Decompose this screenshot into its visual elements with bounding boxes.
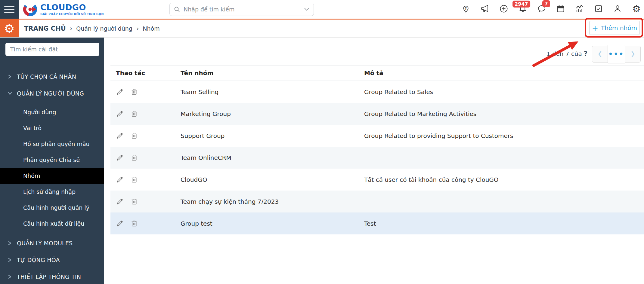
groups-table: Thao tác Tên nhóm Mô tả Team Selling Gro… (110, 65, 644, 234)
sidebar-section-personal-options[interactable]: TÙY CHỌN CÁ NHÂN (0, 68, 104, 85)
ellipsis-icon: ••• (608, 51, 624, 57)
cloudgo-logo-mark (23, 2, 37, 17)
breadcrumb: TRANG CHỦ › Quản lý người dùng › Nhóm (24, 20, 160, 37)
breadcrumb-section[interactable]: Quản lý người dùng (76, 25, 132, 32)
previous-page-button[interactable] (592, 46, 608, 62)
sidebar-item-roles[interactable]: Vai trò (0, 120, 104, 136)
group-description: Group Related to Marketing Activities (364, 110, 644, 118)
table-row[interactable]: Team OnlineCRM (110, 147, 644, 169)
chevron-right-icon (8, 241, 12, 245)
group-name: Support Group (181, 132, 364, 139)
settings-gear-icon[interactable]: ⚙ (632, 4, 641, 13)
group-description: Group Related to providing Support to Cu… (364, 132, 644, 139)
group-name: Group test (181, 220, 364, 227)
chevron-right-icon (8, 258, 12, 262)
sidebar-item-users[interactable]: Người dùng (0, 104, 104, 120)
group-name: Team chạy sự kiện tháng 7/2023 (181, 198, 364, 205)
breadcrumb-bar: ⚙ TRANG CHỦ › Quản lý người dùng › Nhóm (0, 19, 644, 38)
delete-icon[interactable] (130, 176, 138, 184)
message-badge: 7 (542, 0, 550, 7)
logo-title: CLOUDGO (40, 3, 104, 12)
sidebar-item-manager-config[interactable]: Cấu hình người quản lý (0, 200, 104, 216)
sidebar-item-groups[interactable]: Nhóm (0, 168, 104, 184)
search-icon (174, 6, 180, 12)
chevron-left-icon (598, 50, 602, 58)
table-row[interactable]: Support Group Group Related to providing… (110, 125, 644, 147)
sidebar-section-information-setup[interactable]: THIẾT LẬP THÔNG TIN (0, 268, 104, 284)
chevron-down-icon[interactable] (304, 8, 309, 11)
cloudgo-logo[interactable]: CLOUDGO GIẢI PHÁP CHUYỂN ĐỔI SỐ TINH GỌN (23, 2, 104, 17)
settings-sidebar: TÙY CHỌN CÁ NHÂN QUẢN LÝ NGƯỜI DÙNG Ngườ… (0, 38, 104, 284)
calendar-icon[interactable] (556, 4, 565, 13)
sidebar-section-user-management[interactable]: QUẢN LÝ NGƯỜI DÙNG (0, 85, 104, 102)
chevron-right-icon (630, 50, 635, 58)
global-search-input[interactable] (183, 6, 304, 13)
delete-icon[interactable] (130, 110, 138, 118)
edit-icon[interactable] (116, 154, 124, 162)
sidebar-menu: TÙY CHỌN CÁ NHÂN QUẢN LÝ NGƯỜI DÙNG Ngườ… (0, 68, 104, 284)
svg-text:?: ? (465, 7, 467, 11)
add-group-button[interactable]: + Thêm nhóm (589, 21, 640, 35)
breadcrumb-separator: › (136, 25, 139, 32)
table-header: Thao tác Tên nhóm Mô tả (110, 65, 644, 81)
next-page-button[interactable] (625, 46, 640, 62)
delete-icon[interactable] (130, 198, 138, 206)
location-question-icon[interactable]: ? (461, 4, 470, 13)
global-search[interactable] (169, 3, 314, 16)
notification-badge: 2947 (512, 1, 530, 8)
sidebar-section-module-management[interactable]: QUẢN LÝ MODULES (0, 235, 104, 252)
group-description: Test (364, 220, 644, 227)
breadcrumb-home[interactable]: TRANG CHỦ (24, 25, 66, 32)
page-list-button[interactable]: ••• (608, 45, 625, 63)
sidebar-item-permission-profiles[interactable]: Hồ sơ phân quyền mẫu (0, 136, 104, 152)
edit-icon[interactable] (116, 176, 124, 184)
edit-icon[interactable] (116, 110, 124, 118)
delete-icon[interactable] (130, 154, 138, 162)
sidebar-item-sharing-permissions[interactable]: Phân quyền Chia sẻ (0, 152, 104, 168)
sidebar-search-input[interactable] (5, 43, 99, 56)
group-description: Group Related to Sales (364, 88, 644, 96)
column-header-description: Mô tả (364, 69, 644, 77)
delete-icon[interactable] (130, 88, 138, 96)
pagination-total-unknown: ? (584, 50, 587, 57)
group-name: Marketing Group (181, 110, 364, 118)
chevron-right-icon (8, 75, 12, 79)
edit-icon[interactable] (116, 132, 124, 140)
topbar-icon-row: ? 2947 7 (461, 4, 641, 13)
hamburger-menu-icon[interactable] (0, 0, 19, 19)
sidebar-item-export-config[interactable]: Cấu hình xuất dữ liệu (0, 216, 104, 232)
settings-section-gear-icon[interactable]: ⚙ (0, 20, 19, 37)
delete-icon[interactable] (130, 220, 138, 228)
plus-icon: + (592, 24, 598, 32)
table-row[interactable]: CloudGO Tất cả user có tài khoản của côn… (110, 169, 644, 191)
delete-icon[interactable] (130, 132, 138, 140)
task-check-icon[interactable] (594, 4, 603, 13)
breadcrumb-separator: › (70, 25, 72, 32)
column-header-name: Tên nhóm (181, 69, 364, 77)
edit-icon[interactable] (116, 220, 124, 228)
analytics-chart-icon[interactable] (575, 4, 584, 13)
table-row[interactable]: Team chạy sự kiện tháng 7/2023 (110, 191, 644, 212)
megaphone-icon[interactable] (480, 4, 489, 13)
table-row[interactable]: Team Selling Group Related to Sales (110, 81, 644, 103)
breadcrumb-current: Nhóm (143, 25, 159, 32)
edit-icon[interactable] (116, 88, 124, 96)
cloudgo-admin-window: CLOUDGO GIẢI PHÁP CHUYỂN ĐỔI SỐ TINH GỌN… (0, 0, 644, 284)
user-icon[interactable] (613, 4, 622, 13)
chat-bubble-icon[interactable]: 7 (537, 4, 546, 13)
sidebar-section-automation[interactable]: TỰ ĐỘNG HÓA (0, 252, 104, 268)
table-row[interactable]: Group test Test (110, 212, 644, 234)
top-bar: CLOUDGO GIẢI PHÁP CHUYỂN ĐỔI SỐ TINH GỌN… (0, 0, 644, 19)
notification-bell-icon[interactable]: 2947 (518, 4, 527, 13)
logo-tagline: GIẢI PHÁP CHUYỂN ĐỔI SỐ TINH GỌN (40, 12, 104, 16)
chevron-right-icon (8, 275, 12, 279)
add-circle-icon[interactable] (499, 4, 508, 13)
group-name: Team OnlineCRM (181, 154, 364, 161)
group-name: CloudGO (181, 176, 364, 183)
table-row[interactable]: Marketing Group Group Related to Marketi… (110, 103, 644, 125)
sidebar-item-login-history[interactable]: Lịch sử đăng nhập (0, 184, 104, 200)
edit-icon[interactable] (116, 198, 124, 206)
chevron-down-icon (8, 91, 12, 96)
pagination-controls: ••• (592, 46, 641, 63)
group-description: Tất cả user có tài khoản của công ty Clo… (364, 176, 644, 183)
